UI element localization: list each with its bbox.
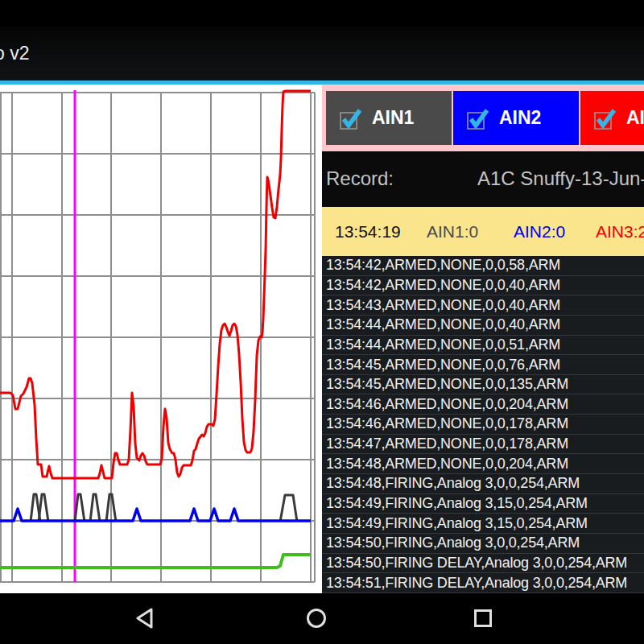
channel-toggle-ain2[interactable]: AIN2 — [453, 91, 579, 145]
channel-toggle-ain1[interactable]: AIN1 — [326, 91, 452, 145]
log-row[interactable]: 13:54:50,FIRING,Analog 3,0,0,254,ARM — [322, 534, 644, 554]
back-button[interactable] — [135, 608, 156, 629]
recents-square-icon — [476, 611, 491, 626]
recents-button[interactable] — [473, 609, 493, 628]
log-row[interactable]: 13:54:49,FIRING,Analog 3,15,0,254,ARM — [322, 494, 644, 514]
channel-label: AIN1 — [372, 107, 414, 129]
record-label: Record: — [326, 167, 394, 190]
live-status-row: 13:54:19 AIN1:0 AIN2:0 AIN3:25 — [322, 207, 644, 256]
right-panel: AIN1AIN2AIN3 Record: A1C Snuffy-13-Jun-2… — [322, 85, 644, 593]
log-row[interactable]: 13:54:44,ARMED,NONE,0,0,40,ARM — [322, 316, 644, 336]
channel-label: AIN2 — [499, 107, 541, 129]
log-row[interactable]: 13:54:45,ARMED,NONE,0,0,76,ARM — [322, 355, 644, 375]
log-row[interactable]: 13:54:48,FIRING,Analog 3,0,0,254,ARM — [322, 474, 644, 494]
log-row[interactable]: 13:54:50,FIRING DELAY,Analog 3,0,0,254,A… — [322, 554, 644, 574]
log-row[interactable]: 13:54:44,ARMED,NONE,0,0,51,ARM — [322, 336, 644, 356]
app-action-bar: o v2 — [0, 27, 644, 80]
log-row[interactable]: 13:54:48,ARMED,NONE,0,0,204,ARM — [322, 454, 644, 474]
log-row[interactable]: 13:54:43,ARMED,NONE,0,0,40,ARM — [322, 295, 644, 316]
log-row[interactable]: 13:54:42,ARMED,NONE,0,0,58,ARM — [322, 256, 644, 276]
status-time: 13:54:19 — [335, 222, 401, 242]
channel-toggle-strip: AIN1AIN2AIN3 — [322, 85, 644, 151]
android-nav-bar — [0, 593, 644, 644]
log-row[interactable]: 13:54:42,ARMED,NONE,0,0,40,ARM — [322, 276, 644, 296]
status-ain1: AIN1:0 — [427, 222, 478, 242]
log-row[interactable]: 13:54:46,ARMED,NONE,0,0,178,ARM — [322, 415, 644, 435]
home-circle-icon — [308, 610, 325, 627]
checkbox-checked-icon — [592, 106, 617, 130]
series-ain3-red — [0, 91, 311, 478]
chart-canvas[interactable] — [0, 85, 322, 593]
log-row[interactable]: 13:54:49,FIRING,Analog 3,15,0,254,ARM — [322, 514, 644, 534]
record-row: Record: A1C Snuffy-13-Jun-2 — [322, 151, 644, 207]
log-row[interactable]: 13:54:51,FIRING DELAY,Analog 3,0,0,254,A… — [322, 573, 644, 593]
record-name-value: A1C Snuffy-13-Jun-2 — [477, 167, 644, 190]
log-row[interactable]: 13:54:47,ARMED,NONE,0,0,178,ARM — [322, 435, 644, 455]
checkbox-checked-icon — [465, 106, 489, 130]
log-row[interactable]: 13:54:46,ARMED,NONE,0,0,204,ARM — [322, 394, 644, 415]
android-status-bar — [0, 0, 644, 27]
checkbox-checked-icon — [338, 106, 362, 130]
log-row[interactable]: 13:54:45,ARMED,NONE,0,0,135,ARM — [322, 375, 644, 395]
series-ain1-gray-pulses — [280, 495, 297, 522]
status-ain3: AIN3:25 — [596, 222, 644, 242]
status-ain2: AIN2:0 — [514, 222, 565, 242]
series-ain1-gray-pulses — [90, 494, 100, 522]
series-ain1-gray-pulses — [39, 494, 48, 522]
series-ain1-gray-pulses — [75, 494, 85, 522]
event-log-list[interactable]: 13:54:42,ARMED,NONE,0,0,58,ARM13:54:42,A… — [322, 256, 644, 593]
channel-label: AIN3 — [626, 107, 644, 129]
series-green-baseline — [0, 555, 311, 568]
channel-toggle-ain3[interactable]: AIN3 — [580, 91, 644, 145]
home-button[interactable] — [306, 608, 327, 629]
signal-chart[interactable] — [0, 85, 322, 593]
app-title: o v2 — [0, 43, 29, 64]
back-triangle-icon — [138, 609, 151, 627]
